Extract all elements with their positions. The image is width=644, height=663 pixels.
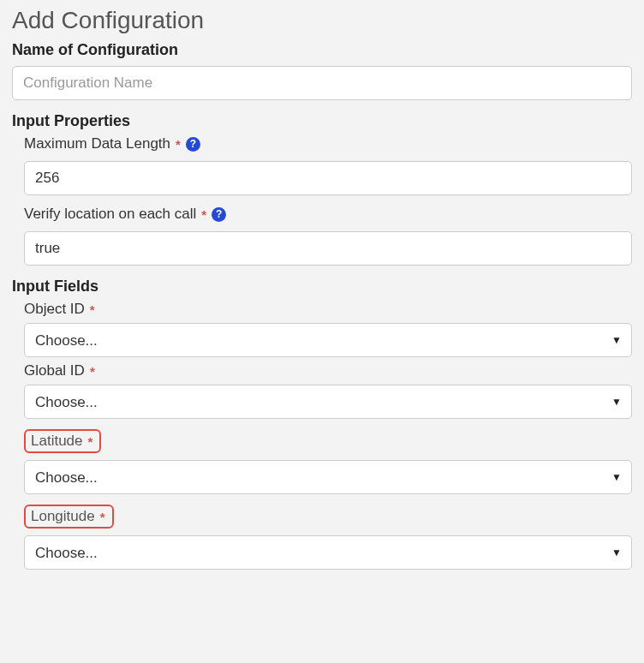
global-id-label-row: Global ID * <box>24 362 632 379</box>
verify-location-label-row: Verify location on each call * ? <box>24 206 632 223</box>
longitude-select-wrap: Choose... ▼ <box>24 535 632 570</box>
object-id-label-row: Object ID * <box>24 301 632 318</box>
page-title: Add Configuration <box>12 7 632 34</box>
max-data-length-label: Maximum Data Length <box>24 135 170 152</box>
max-data-length-label-row: Maximum Data Length * ? <box>24 135 632 152</box>
latitude-select-wrap: Choose... ▼ <box>24 460 632 494</box>
required-asterisk: * <box>100 510 105 524</box>
object-id-select-wrap: Choose... ▼ <box>24 323 632 357</box>
longitude-label: Longitude <box>31 508 95 525</box>
configuration-name-input[interactable] <box>12 66 632 100</box>
input-properties-heading: Input Properties <box>12 112 632 130</box>
global-id-select[interactable]: Choose... <box>24 385 632 419</box>
required-asterisk: * <box>90 364 95 379</box>
help-icon[interactable]: ? <box>186 137 200 152</box>
latitude-select[interactable]: Choose... <box>24 460 632 494</box>
required-asterisk: * <box>176 137 181 152</box>
input-fields-heading: Input Fields <box>12 278 632 296</box>
required-asterisk: * <box>90 302 95 317</box>
verify-location-label: Verify location on each call <box>24 206 196 223</box>
help-icon[interactable]: ? <box>212 207 226 222</box>
required-asterisk: * <box>88 434 93 449</box>
required-asterisk: * <box>201 207 206 222</box>
global-id-label: Global ID <box>24 362 85 379</box>
name-config-label: Name of Configuration <box>12 41 632 59</box>
latitude-label-row-highlighted: Latitude * <box>24 429 101 453</box>
longitude-select[interactable]: Choose... <box>24 535 632 570</box>
longitude-label-row-highlighted: Longitude * <box>24 505 114 529</box>
object-id-label: Object ID <box>24 301 85 318</box>
verify-location-input[interactable] <box>24 231 632 266</box>
latitude-label: Latitude <box>31 433 83 450</box>
max-data-length-input[interactable] <box>24 161 632 195</box>
object-id-select[interactable]: Choose... <box>24 323 632 357</box>
global-id-select-wrap: Choose... ▼ <box>24 385 632 419</box>
